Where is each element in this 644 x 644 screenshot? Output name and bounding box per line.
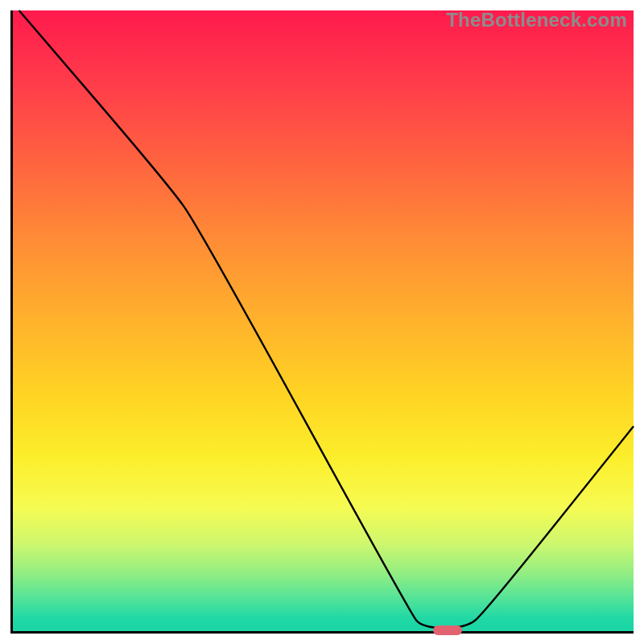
curve-svg [13,10,634,631]
optimum-marker [433,625,462,635]
curve-path [19,10,634,628]
plot-area: TheBottleneck.com [10,10,634,634]
bottleneck-chart: TheBottleneck.com [0,0,644,644]
